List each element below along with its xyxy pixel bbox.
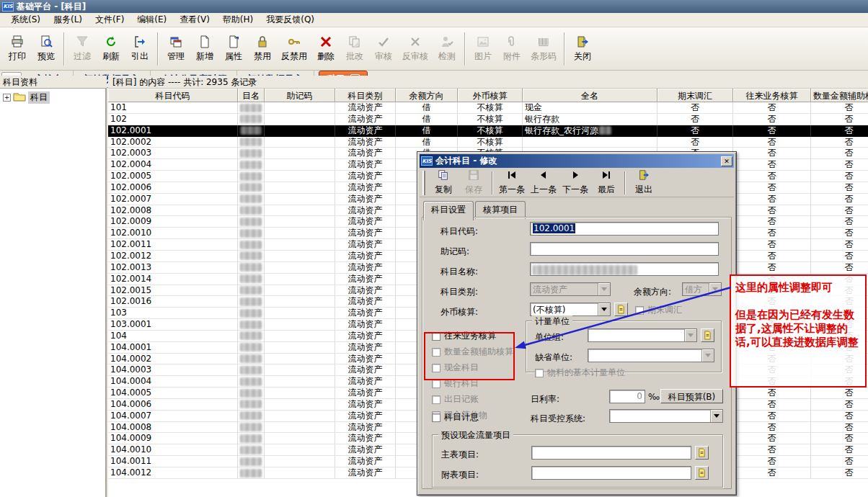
unit-group-select[interactable] <box>588 328 697 342</box>
grid-cell: 否 <box>811 125 868 137</box>
tree-item-subjects[interactable]: + 科目 <box>0 89 105 104</box>
checkbox-icon[interactable] <box>432 413 440 422</box>
column-header-4[interactable]: 科目类别 <box>335 89 396 102</box>
toolbar-button-refresh[interactable]: 刷新 <box>97 30 125 68</box>
grid-cell <box>523 137 657 148</box>
grid-cell: 否 <box>811 114 868 125</box>
sub-item-lookup-button[interactable] <box>695 466 709 480</box>
menu-item[interactable]: 服务(L) <box>47 12 89 27</box>
controlled-system-select[interactable] <box>609 409 723 423</box>
column-header-3[interactable]: 助记码 <box>265 89 335 102</box>
column-header-5[interactable]: 余额方向 <box>396 89 458 102</box>
copy-icon <box>438 169 449 183</box>
redacted-blur <box>240 377 262 386</box>
dialog-button-nav-prev[interactable]: 上一条 <box>528 170 559 196</box>
redacted-blur <box>240 126 262 135</box>
menu-item[interactable]: 编辑(E) <box>130 12 173 27</box>
chevron-down-icon[interactable] <box>598 303 610 315</box>
toolbar-button-barcode: 条形码 <box>526 30 561 68</box>
toolbar-button-delete[interactable]: 删除 <box>311 30 340 68</box>
currency-lookup-button[interactable] <box>614 303 628 316</box>
grid-cell: 流动资产 <box>335 182 396 194</box>
main-item-input[interactable] <box>531 446 691 460</box>
toolbar-button-key[interactable]: 反禁用 <box>277 30 311 68</box>
grid-row[interactable]: 102流动资产借不核算银行存款否否否 <box>108 114 868 125</box>
main-toolbar: 打印预览过滤刷新引出管理新增属性禁用反禁用删除批改审核反审核检测图片附件条形码关… <box>0 27 868 71</box>
main-item-lookup-button[interactable] <box>695 446 709 460</box>
checkbox-出日记账: 出日记账 <box>432 393 479 406</box>
default-unit-select[interactable] <box>588 349 714 362</box>
grid-row[interactable]: 102.0002流动资产借不核算否否否 <box>108 137 868 148</box>
grid-cell: 否 <box>733 182 811 194</box>
dialog-button-nav-next[interactable]: 下一条 <box>559 170 591 196</box>
menu-item[interactable]: 帮助(H) <box>216 12 260 27</box>
grid-cell <box>238 159 265 171</box>
code-label: 科目代码: <box>440 225 478 238</box>
grid-cell: 104.0008 <box>108 422 238 434</box>
grid-cell: 104.0010 <box>108 444 238 456</box>
dialog-tab-科目设置[interactable]: 科目设置 <box>423 201 474 220</box>
toolbar-button-audit: 审核 <box>369 30 398 68</box>
dialog-button-copy[interactable]: 复制 <box>428 170 459 196</box>
grid-cell: 否 <box>811 433 868 444</box>
menu-item[interactable]: 系统(S) <box>4 12 47 27</box>
code-input[interactable]: 102.0001 <box>530 222 719 236</box>
direction-select: 借方 <box>682 282 722 296</box>
dialog-button-door[interactable]: 退出 <box>629 170 659 196</box>
toolbar-button-new[interactable]: 新增 <box>190 30 219 68</box>
budget-button[interactable]: 科目预算(B) <box>660 389 723 403</box>
sub-item-input[interactable] <box>531 466 691 480</box>
dialog-button-nav-last[interactable]: 最后 <box>591 170 621 196</box>
nav-first-icon <box>506 169 518 183</box>
grid-cell: 102.0012 <box>108 251 238 262</box>
dialog-logo-icon: KIS <box>421 156 433 166</box>
column-header-9[interactable]: 往来业务核算 <box>733 89 811 102</box>
currency-select[interactable]: (不核算) <box>530 303 611 316</box>
toolbar-separator <box>157 32 159 66</box>
list-summary: [科目] 的内容 ---- 共计: 2935 条记录 <box>108 76 868 89</box>
column-header-8[interactable]: 期末调汇 <box>657 89 733 102</box>
redacted-blur <box>240 104 262 112</box>
grid-row[interactable]: 101流动资产借不核算现金否否否 <box>108 102 868 114</box>
grid-cell <box>238 182 265 194</box>
grid-cell: 否 <box>811 102 868 114</box>
toolbar-button-properties[interactable]: 属性 <box>219 30 248 68</box>
grid-cell: 否 <box>733 205 811 217</box>
toolbar-button-attachment: 附件 <box>497 30 526 68</box>
menu-item[interactable]: 文件(F) <box>89 12 130 27</box>
toolbar-button-export[interactable]: 引出 <box>125 30 154 68</box>
column-header-10[interactable]: 数量金额辅助核算 <box>811 89 868 102</box>
dialog-close-button[interactable]: ✕ <box>721 156 732 166</box>
column-header-2[interactable]: 目名 <box>238 89 265 102</box>
grid-cell: 流动资产 <box>335 239 396 251</box>
toolbar-button-printer[interactable]: 打印 <box>3 30 32 68</box>
chevron-down-icon[interactable] <box>710 410 722 422</box>
toolbar-button-preview[interactable]: 预览 <box>32 30 61 68</box>
grid-cell: 104.0005 <box>108 388 238 399</box>
dialog-button-nav-first[interactable]: 第一条 <box>496 170 528 196</box>
toolbar-button-door[interactable]: 关闭 <box>568 30 597 68</box>
door-icon <box>638 169 650 183</box>
grid-cell <box>265 467 335 479</box>
tree-expand-icon[interactable]: + <box>3 94 11 102</box>
column-header-7[interactable]: 全名 <box>523 89 657 102</box>
dialog-button-label: 第一条 <box>499 184 525 196</box>
grid-cell: 102.0005 <box>108 171 238 182</box>
menu-item[interactable]: 我要反馈(Q) <box>260 12 321 27</box>
toolbar-button-manage[interactable]: 管理 <box>161 30 190 68</box>
column-header-1[interactable]: 科目代码 <box>108 89 238 102</box>
menu-item[interactable]: 查看(V) <box>173 12 216 27</box>
toolbar-button-unaudit: 反审核 <box>398 30 433 68</box>
grid-cell: 流动资产 <box>335 274 396 285</box>
unit-group-lookup-button[interactable] <box>701 328 714 342</box>
grid-row[interactable]: 102.0001流动资产借不核算银行存款_农行河源否否否 <box>108 125 868 137</box>
column-header-6[interactable]: 外币核算 <box>458 89 523 102</box>
interest-checkbox[interactable]: 科目计息 <box>432 411 479 424</box>
toolbar-button-lock[interactable]: 禁用 <box>248 30 277 68</box>
annotation-line-2: 但是在因为已经有发生数据了,这属性不让调整的话,可以直接进数据库调整 <box>735 308 861 349</box>
grid-cell <box>265 159 335 171</box>
name-input[interactable] <box>530 262 719 276</box>
redacted-blur <box>240 194 262 203</box>
grid-cell: 104.0002 <box>108 354 238 365</box>
mnemonic-input[interactable] <box>530 242 719 256</box>
